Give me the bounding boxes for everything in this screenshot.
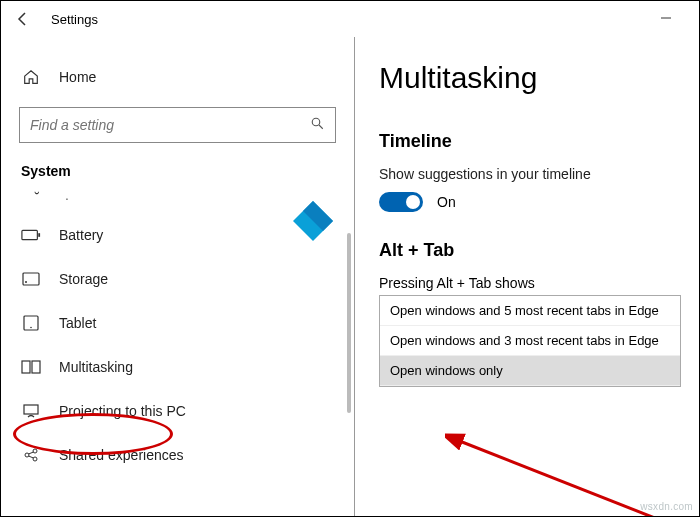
sidebar-item-label: Home xyxy=(59,69,96,85)
page-title: Multitasking xyxy=(379,61,681,95)
svg-point-8 xyxy=(30,327,32,329)
sidebar-item-projecting[interactable]: Projecting to this PC xyxy=(1,389,354,433)
dropdown-option[interactable]: Open windows and 3 most recent tabs in E… xyxy=(380,326,680,356)
alttab-prompt: Pressing Alt + Tab shows xyxy=(379,275,681,291)
search-icon xyxy=(310,116,325,134)
search-input[interactable] xyxy=(19,107,336,143)
svg-point-1 xyxy=(312,118,320,126)
svg-rect-4 xyxy=(38,233,40,237)
svg-line-16 xyxy=(29,456,34,458)
sidebar-item-tablet[interactable]: Tablet xyxy=(1,301,354,345)
dropdown-option[interactable]: Open windows and 5 most recent tabs in E… xyxy=(380,296,680,326)
multitasking-icon xyxy=(21,357,41,377)
timeline-toggle[interactable] xyxy=(379,192,423,212)
sidebar-item-label: · xyxy=(65,190,69,206)
sidebar-item-label: Storage xyxy=(59,271,108,287)
watermark: wsxdn.com xyxy=(640,501,693,512)
svg-line-2 xyxy=(319,125,323,129)
svg-rect-11 xyxy=(24,405,38,414)
sidebar-item-label: Shared experiences xyxy=(59,447,184,463)
sidebar: Home System ˘ · xyxy=(1,37,355,516)
search-field[interactable] xyxy=(30,117,310,133)
timeline-desc: Show suggestions in your timeline xyxy=(379,166,681,182)
sidebar-item-label: Battery xyxy=(59,227,103,243)
svg-line-20 xyxy=(457,440,665,516)
scrollbar[interactable] xyxy=(347,233,351,413)
chevron-down-icon: ˘ xyxy=(27,188,47,208)
svg-line-15 xyxy=(29,452,34,454)
battery-icon xyxy=(21,225,41,245)
decor-logo xyxy=(293,201,333,241)
svg-rect-5 xyxy=(23,273,39,285)
main-panel: Multitasking Timeline Show suggestions i… xyxy=(355,37,699,516)
toggle-state-label: On xyxy=(437,194,456,210)
home-icon xyxy=(21,67,41,87)
svg-rect-9 xyxy=(22,361,30,373)
section-heading-alttab: Alt + Tab xyxy=(379,240,681,261)
sidebar-item-home[interactable]: Home xyxy=(1,55,354,99)
sidebar-item-label: Tablet xyxy=(59,315,96,331)
titlebar: Settings xyxy=(1,1,699,37)
minimize-button[interactable] xyxy=(643,10,689,28)
svg-rect-3 xyxy=(22,230,37,239)
alttab-dropdown[interactable]: Open windows and 5 most recent tabs in E… xyxy=(379,295,681,387)
window-title: Settings xyxy=(51,12,98,27)
sidebar-item-multitasking[interactable]: Multitasking xyxy=(1,345,354,389)
dropdown-option-selected[interactable]: Open windows only xyxy=(380,356,680,386)
back-button[interactable] xyxy=(11,11,35,27)
svg-point-6 xyxy=(25,281,27,283)
shared-icon xyxy=(21,445,41,465)
section-heading-timeline: Timeline xyxy=(379,131,681,152)
sidebar-section-label: System xyxy=(1,153,354,183)
sidebar-item-storage[interactable]: Storage xyxy=(1,257,354,301)
sidebar-item-shared[interactable]: Shared experiences xyxy=(1,433,354,477)
tablet-icon xyxy=(21,313,41,333)
sidebar-item-label: Multitasking xyxy=(59,359,133,375)
sidebar-item-label: Projecting to this PC xyxy=(59,403,186,419)
svg-rect-10 xyxy=(32,361,40,373)
storage-icon xyxy=(21,269,41,289)
projecting-icon xyxy=(21,401,41,421)
